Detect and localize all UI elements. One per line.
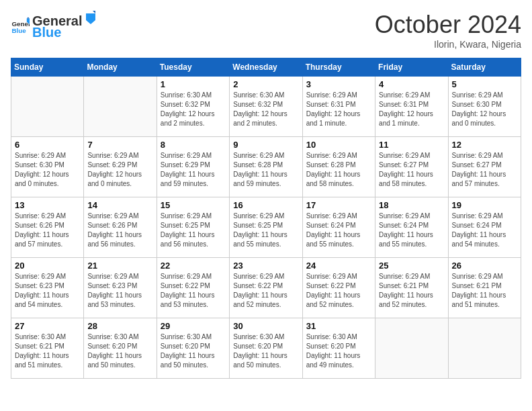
day-number: 1	[161, 79, 226, 89]
svg-marker-5	[93, 11, 95, 13]
col-header-wednesday: Wednesday	[230, 58, 302, 77]
day-number: 11	[379, 140, 444, 150]
day-number: 26	[452, 261, 517, 271]
day-number: 28	[87, 321, 152, 331]
location-text: Ilorin, Kwara, Nigeria	[375, 39, 521, 50]
day-number: 3	[306, 79, 371, 89]
cell-info: Sunrise: 6:29 AM Sunset: 6:24 PM Dayligh…	[306, 212, 371, 249]
month-title: October 2024	[375, 11, 521, 39]
cell-info: Sunrise: 6:29 AM Sunset: 6:24 PM Dayligh…	[379, 212, 444, 249]
col-header-thursday: Thursday	[302, 58, 375, 77]
cell-info: Sunrise: 6:30 AM Sunset: 6:20 PM Dayligh…	[306, 332, 371, 370]
day-number: 24	[306, 261, 371, 271]
day-number: 16	[233, 200, 298, 210]
cell-info: Sunrise: 6:30 AM Sunset: 6:20 PM Dayligh…	[233, 332, 298, 370]
cell-info: Sunrise: 6:29 AM Sunset: 6:29 PM Dayligh…	[87, 151, 152, 189]
calendar-cell: 10Sunrise: 6:29 AM Sunset: 6:28 PM Dayli…	[302, 137, 375, 197]
calendar-cell	[448, 318, 521, 379]
cell-info: Sunrise: 6:29 AM Sunset: 6:30 PM Dayligh…	[452, 91, 517, 128]
calendar-cell: 5Sunrise: 6:29 AM Sunset: 6:30 PM Daylig…	[448, 77, 521, 137]
day-number: 14	[87, 200, 152, 210]
calendar-cell	[375, 318, 448, 379]
calendar-cell: 8Sunrise: 6:29 AM Sunset: 6:29 PM Daylig…	[157, 137, 229, 197]
day-number: 30	[233, 321, 298, 331]
calendar-table: SundayMondayTuesdayWednesdayThursdayFrid…	[11, 58, 521, 379]
day-number: 17	[306, 200, 371, 210]
calendar-cell: 28Sunrise: 6:30 AM Sunset: 6:20 PM Dayli…	[84, 318, 157, 379]
svg-marker-4	[86, 13, 95, 24]
col-header-tuesday: Tuesday	[157, 58, 229, 77]
cell-info: Sunrise: 6:29 AM Sunset: 6:23 PM Dayligh…	[15, 272, 80, 310]
cell-info: Sunrise: 6:29 AM Sunset: 6:23 PM Dayligh…	[87, 272, 152, 310]
day-number: 20	[15, 261, 80, 271]
week-row-2: 6Sunrise: 6:29 AM Sunset: 6:30 PM Daylig…	[11, 137, 521, 197]
cell-info: Sunrise: 6:29 AM Sunset: 6:28 PM Dayligh…	[306, 151, 371, 189]
calendar-cell: 4Sunrise: 6:29 AM Sunset: 6:31 PM Daylig…	[375, 77, 448, 137]
day-number: 13	[15, 200, 80, 210]
day-number: 7	[87, 140, 152, 150]
day-number: 23	[233, 261, 298, 271]
day-number: 12	[452, 140, 517, 150]
cell-info: Sunrise: 6:29 AM Sunset: 6:28 PM Dayligh…	[233, 151, 298, 189]
calendar-cell: 30Sunrise: 6:30 AM Sunset: 6:20 PM Dayli…	[230, 318, 302, 379]
calendar-cell: 17Sunrise: 6:29 AM Sunset: 6:24 PM Dayli…	[302, 197, 375, 258]
calendar-cell: 3Sunrise: 6:29 AM Sunset: 6:31 PM Daylig…	[302, 77, 375, 137]
svg-marker-3	[27, 17, 30, 18]
logo-arrow-icon	[83, 11, 98, 26]
calendar-cell: 15Sunrise: 6:29 AM Sunset: 6:25 PM Dayli…	[157, 197, 229, 258]
day-number: 19	[452, 200, 517, 210]
week-row-4: 20Sunrise: 6:29 AM Sunset: 6:23 PM Dayli…	[11, 258, 521, 318]
calendar-cell: 23Sunrise: 6:29 AM Sunset: 6:22 PM Dayli…	[230, 258, 302, 318]
cell-info: Sunrise: 6:30 AM Sunset: 6:20 PM Dayligh…	[161, 332, 226, 370]
calendar-cell: 19Sunrise: 6:29 AM Sunset: 6:24 PM Dayli…	[448, 197, 521, 258]
day-number: 10	[306, 140, 371, 150]
week-row-3: 13Sunrise: 6:29 AM Sunset: 6:26 PM Dayli…	[11, 197, 521, 258]
day-number: 8	[161, 140, 226, 150]
calendar-cell: 14Sunrise: 6:29 AM Sunset: 6:26 PM Dayli…	[84, 197, 157, 258]
day-number: 21	[87, 261, 152, 271]
day-number: 18	[379, 200, 444, 210]
col-header-saturday: Saturday	[448, 58, 521, 77]
cell-info: Sunrise: 6:29 AM Sunset: 6:21 PM Dayligh…	[452, 272, 517, 310]
day-number: 27	[15, 321, 80, 331]
day-number: 5	[452, 79, 517, 89]
calendar-cell: 27Sunrise: 6:30 AM Sunset: 6:21 PM Dayli…	[11, 318, 84, 379]
cell-info: Sunrise: 6:29 AM Sunset: 6:27 PM Dayligh…	[379, 151, 444, 189]
calendar-cell: 21Sunrise: 6:29 AM Sunset: 6:23 PM Dayli…	[84, 258, 157, 318]
calendar-cell: 1Sunrise: 6:30 AM Sunset: 6:32 PM Daylig…	[157, 77, 229, 137]
calendar-cell: 29Sunrise: 6:30 AM Sunset: 6:20 PM Dayli…	[157, 318, 229, 379]
day-number: 15	[161, 200, 226, 210]
col-header-friday: Friday	[375, 58, 448, 77]
week-row-1: 1Sunrise: 6:30 AM Sunset: 6:32 PM Daylig…	[11, 77, 521, 137]
svg-text:Blue: Blue	[11, 27, 26, 34]
calendar-cell: 13Sunrise: 6:29 AM Sunset: 6:26 PM Dayli…	[11, 197, 84, 258]
cell-info: Sunrise: 6:29 AM Sunset: 6:30 PM Dayligh…	[15, 151, 80, 189]
calendar-cell: 9Sunrise: 6:29 AM Sunset: 6:28 PM Daylig…	[230, 137, 302, 197]
day-number: 9	[233, 140, 298, 150]
cell-info: Sunrise: 6:29 AM Sunset: 6:26 PM Dayligh…	[87, 212, 152, 249]
day-number: 4	[379, 79, 444, 89]
logo: General Blue General Blue	[11, 11, 98, 40]
calendar-cell: 24Sunrise: 6:29 AM Sunset: 6:22 PM Dayli…	[302, 258, 375, 318]
calendar-cell: 26Sunrise: 6:29 AM Sunset: 6:21 PM Dayli…	[448, 258, 521, 318]
cell-info: Sunrise: 6:29 AM Sunset: 6:31 PM Dayligh…	[306, 91, 371, 128]
col-header-sunday: Sunday	[11, 58, 84, 77]
calendar-cell: 25Sunrise: 6:29 AM Sunset: 6:21 PM Dayli…	[375, 258, 448, 318]
calendar-cell: 6Sunrise: 6:29 AM Sunset: 6:30 PM Daylig…	[11, 137, 84, 197]
cell-info: Sunrise: 6:30 AM Sunset: 6:21 PM Dayligh…	[15, 332, 80, 370]
cell-info: Sunrise: 6:29 AM Sunset: 6:25 PM Dayligh…	[161, 212, 226, 249]
cell-info: Sunrise: 6:29 AM Sunset: 6:22 PM Dayligh…	[306, 272, 371, 310]
header-row: SundayMondayTuesdayWednesdayThursdayFrid…	[11, 58, 521, 77]
calendar-cell: 7Sunrise: 6:29 AM Sunset: 6:29 PM Daylig…	[84, 137, 157, 197]
day-number: 22	[161, 261, 226, 271]
cell-info: Sunrise: 6:29 AM Sunset: 6:31 PM Dayligh…	[379, 91, 444, 128]
calendar-cell: 16Sunrise: 6:29 AM Sunset: 6:25 PM Dayli…	[230, 197, 302, 258]
cell-info: Sunrise: 6:30 AM Sunset: 6:32 PM Dayligh…	[233, 91, 298, 128]
day-number: 6	[15, 140, 80, 150]
cell-info: Sunrise: 6:29 AM Sunset: 6:21 PM Dayligh…	[379, 272, 444, 310]
calendar-cell: 11Sunrise: 6:29 AM Sunset: 6:27 PM Dayli…	[375, 137, 448, 197]
week-row-5: 27Sunrise: 6:30 AM Sunset: 6:21 PM Dayli…	[11, 318, 521, 379]
calendar-cell: 20Sunrise: 6:29 AM Sunset: 6:23 PM Dayli…	[11, 258, 84, 318]
calendar-cell: 18Sunrise: 6:29 AM Sunset: 6:24 PM Dayli…	[375, 197, 448, 258]
cell-info: Sunrise: 6:29 AM Sunset: 6:29 PM Dayligh…	[161, 151, 226, 189]
